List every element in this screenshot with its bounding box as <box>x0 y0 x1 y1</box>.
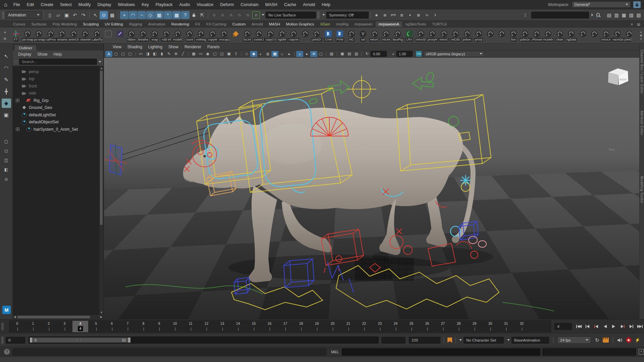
animation-end-field[interactable]: 220 <box>409 337 440 344</box>
shelf-button[interactable]: lion <box>508 29 520 42</box>
viewport-toolbar-icon[interactable]: A <box>105 51 112 57</box>
timeline-frame[interactable]: 6 <box>104 321 120 332</box>
viewport-toolbar-icon[interactable]: ▣ <box>225 51 232 57</box>
outliner-horizontal-scrollbar[interactable]: ◀ ▶ <box>13 315 103 319</box>
outliner-tab[interactable]: Outliner <box>15 45 36 51</box>
shelf-tab[interactable]: Custom <box>229 21 249 27</box>
lock-selection-icon[interactable] <box>190 11 198 19</box>
auto-keyframe-icon[interactable] <box>626 337 632 343</box>
shelf-button[interactable]: mirorSl <box>415 29 427 42</box>
menu-item[interactable]: Edit <box>23 1 38 8</box>
selection-mask-button[interactable]: + <box>120 11 128 19</box>
shelf-button[interactable]: LRA <box>404 29 415 42</box>
evaluation-mode-icon[interactable]: ⚡ <box>635 338 640 343</box>
shelf-tab[interactable]: ngSkinTools <box>402 21 429 27</box>
drag-handle[interactable] <box>2 11 4 19</box>
viewport-toolbar-icon[interactable]: ▮ <box>158 51 165 57</box>
menu-item[interactable]: Constrain <box>237 1 262 8</box>
viewport-menu-item[interactable]: Panels <box>204 44 223 50</box>
shelf-tab[interactable]: Curves <box>10 21 28 27</box>
shelf-button[interactable] <box>589 29 600 37</box>
timeline-frame[interactable]: 13 <box>214 321 230 332</box>
selection-mode-button[interactable]: ⊙ <box>100 11 108 19</box>
shelf-tab[interactable]: Rigging <box>126 21 145 27</box>
menu-item[interactable]: Deform <box>217 1 237 8</box>
shelf-button[interactable]: vacinDe <box>612 29 624 42</box>
layout-button[interactable]: ◧ <box>2 166 11 173</box>
chevron-down-icon[interactable] <box>322 14 325 16</box>
bookmark-add-icon[interactable] <box>447 338 452 343</box>
chevron-down-icon[interactable] <box>262 14 264 16</box>
shelf-button[interactable]: zRenam <box>531 29 543 42</box>
tab-modeling-toolkit[interactable]: Modeling Toolkit <box>640 176 644 203</box>
shelf-button[interactable]: animCh <box>68 29 80 42</box>
menu-item[interactable]: Display <box>94 1 114 8</box>
highlight-selection-icon[interactable]: ⇱ <box>198 11 206 19</box>
timeline-frame[interactable]: 23 <box>372 321 388 332</box>
viewport-menu-item[interactable]: Renderer <box>181 44 204 50</box>
shelf-scroll-up-icon[interactable]: ▲ <box>640 31 642 34</box>
shelf-button[interactable]: PVW <box>334 29 346 42</box>
viewport-toolbar-icon[interactable]: ▩ <box>271 51 278 57</box>
viewport-toolbar-icon[interactable]: ☼ <box>278 51 285 57</box>
playback-loop-icon[interactable]: ↻ <box>595 337 599 343</box>
drag-handle[interactable] <box>317 11 320 19</box>
gear-icon[interactable]: ⚙ <box>2 36 8 41</box>
timeline-frame[interactable]: 21 <box>340 321 356 332</box>
viewport-menu-item[interactable]: Lighting <box>145 44 165 50</box>
range-start-handle[interactable] <box>30 338 32 343</box>
timeline-frame[interactable]: 16 <box>262 321 277 332</box>
exposure-icon[interactable]: ↻ <box>364 51 371 57</box>
toolbar-icon-button[interactable]: ▱ <box>54 11 62 19</box>
viewport-scene[interactable]: RIGHT RIGHT <box>104 44 639 319</box>
snap-button[interactable]: ∩ <box>244 11 252 19</box>
step-back-key-button[interactable] <box>583 322 592 330</box>
shelf-tab[interactable]: Poly Modeling <box>50 21 80 27</box>
shelf-tab[interactable]: FX <box>192 21 203 27</box>
playblast-icon[interactable] <box>603 338 609 343</box>
shelf-button[interactable] <box>485 29 496 37</box>
menu-set-select[interactable]: Animation <box>6 11 42 19</box>
viewport-toolbar-icon[interactable]: ▢ <box>112 51 119 57</box>
anim-layer-field[interactable]: BaseAnimation <box>512 337 549 344</box>
selection-mask-button[interactable]: ◇ <box>146 11 155 19</box>
menu-item[interactable]: MASH <box>262 1 281 8</box>
viewport-toolbar-icon[interactable]: ▭ <box>197 51 204 57</box>
shelf-button[interactable]: LabelTy <box>91 29 103 42</box>
color-management-icon[interactable]: CM <box>416 51 422 57</box>
shelf-button[interactable]: jointOr <box>311 29 323 42</box>
outliner-menu-item[interactable]: Help <box>51 51 64 57</box>
viewport-toolbar-icon[interactable]: ▤ <box>346 51 353 57</box>
outliner-search-input[interactable]: Search... <box>19 59 97 65</box>
zoom-icon[interactable]: ⊙ <box>2 176 11 183</box>
timeline-frame[interactable]: 31 <box>498 321 514 332</box>
step-back-frame-button[interactable] <box>592 322 600 330</box>
outliner-row[interactable]: persp <box>13 68 103 75</box>
mute-audio-icon[interactable] <box>617 338 623 343</box>
menu-item[interactable]: Playback <box>152 1 176 8</box>
range-slider-track[interactable]: 0 ⋮⋮ 32 <box>29 337 379 344</box>
shelf-button[interactable]: mirorJr <box>600 29 612 42</box>
scroll-down-icon[interactable]: ▼ <box>99 311 104 314</box>
timeline-frame[interactable]: 9 <box>151 321 167 332</box>
snap-button[interactable]: ∩ <box>235 11 244 19</box>
shelf-button[interactable]: mirorC <box>438 29 450 42</box>
render-button[interactable]: ▥ <box>397 11 406 19</box>
shelf-button[interactable]: furJnt <box>241 29 253 42</box>
timeline-frame[interactable]: 0 <box>9 321 25 332</box>
tool-button[interactable]: ╋ <box>2 87 11 96</box>
outliner-vertical-scrollbar[interactable]: ▲ ▼ <box>99 66 103 315</box>
field-entry-icon[interactable]: ⌶ <box>521 11 529 19</box>
viewport-toolbar-icon[interactable]: ▭ <box>137 51 144 57</box>
viewport-toolbar-icon[interactable]: ◆ <box>250 51 257 57</box>
shelf-tab[interactable]: XGen <box>317 21 333 27</box>
render-button[interactable]: IPR <box>389 11 397 19</box>
command-language-toggle[interactable]: MEL <box>331 350 339 354</box>
current-frame-field[interactable]: 4 <box>554 323 572 330</box>
symmetry-field[interactable]: Symmetry: Off <box>326 12 369 18</box>
viewport-toolbar-icon[interactable]: ▢ <box>211 51 218 57</box>
quick-select-input[interactable] <box>531 12 589 18</box>
menu-item[interactable]: File <box>10 1 23 8</box>
shelf-button[interactable]: cutProx <box>45 29 57 42</box>
timeline-frame[interactable]: 4 4 <box>72 321 88 332</box>
